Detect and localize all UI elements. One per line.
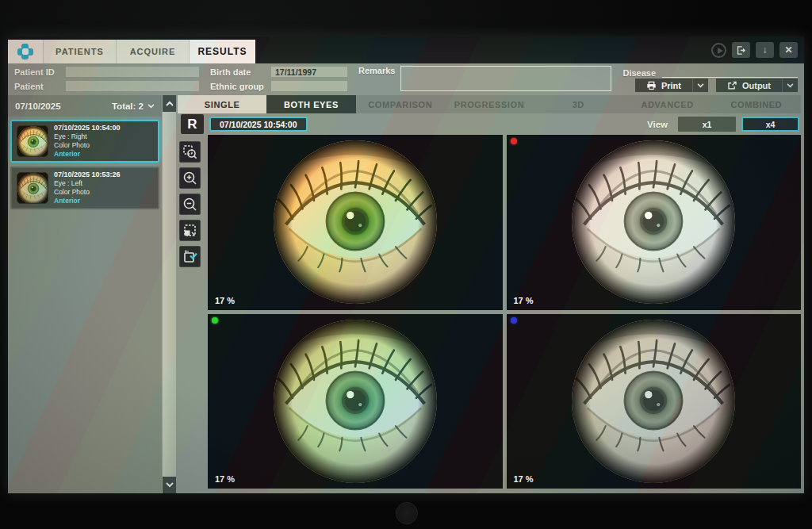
workspace: 07/10/2025 Total: 2 07/10/2025 10:54:00 …: [8, 95, 804, 493]
image-quadrant-bottom-right[interactable]: 17 %: [507, 314, 802, 489]
exam-mode: Anterior: [54, 197, 121, 205]
tab-patients[interactable]: PATIENTS: [43, 40, 116, 63]
green-channel-dot: [212, 317, 218, 324]
exam-type: Color Photo: [54, 141, 121, 150]
chevron-down-icon: [697, 83, 704, 88]
exam-eye: Eye : Right: [54, 132, 121, 141]
image-quadrant-top-left[interactable]: 17 %: [208, 135, 503, 310]
ethnic-group-field[interactable]: [271, 81, 347, 91]
print-dropdown: Print: [635, 79, 708, 92]
eye-photo-green-channel: [273, 319, 438, 484]
play-circle-icon[interactable]: [711, 43, 726, 58]
print-label: Print: [661, 81, 681, 90]
actual-size-button[interactable]: [179, 220, 201, 241]
image-tools: [178, 135, 201, 489]
output-icon: [727, 81, 737, 90]
patient-id-group: Patient ID Patient: [14, 66, 199, 92]
exam-date: 07/10/2025: [15, 102, 61, 111]
confirm-image-button[interactable]: [179, 246, 201, 267]
results-panel: SINGLE BOTH EYES COMPARISON PROGRESSION …: [176, 95, 804, 493]
remarks-group: Remarks: [358, 66, 611, 92]
brand-pinwheel-icon: [17, 44, 33, 59]
tab-3d[interactable]: 3D: [534, 95, 622, 113]
arrow-down-icon: ↓: [763, 45, 768, 55]
remarks-field[interactable]: [400, 66, 611, 91]
red-channel-dot: [511, 138, 517, 144]
disease-label: Disease: [622, 68, 656, 78]
output-options-button[interactable]: [782, 79, 798, 92]
results-tab-bar: SINGLE BOTH EYES COMPARISON PROGRESSION …: [178, 95, 801, 113]
patient-label: Patient: [14, 82, 60, 91]
sidebar-scrollbar[interactable]: [162, 95, 176, 493]
tab-acquire[interactable]: ACQUIRE: [116, 40, 189, 63]
view-x4-button[interactable]: x4: [741, 117, 799, 132]
eye-photo-red-free: [571, 140, 736, 305]
birth-date-field[interactable]: [271, 67, 347, 77]
tab-both-eyes[interactable]: BOTH EYES: [266, 95, 355, 113]
exam-eye: Eye : Left: [54, 179, 121, 188]
disease-output-group: Disease Print: [622, 66, 798, 92]
exam-thumbnail: [17, 125, 48, 157]
exam-list: 07/10/2025 10:54:00 Eye : Right Color Ph…: [8, 117, 162, 213]
tab-single[interactable]: SINGLE: [178, 95, 266, 113]
sidebar-date-header[interactable]: 07/10/2025 Total: 2: [8, 95, 162, 117]
zoom-out-icon: [182, 197, 197, 212]
capture-timestamp-chip[interactable]: 07/10/2025 10:54:00: [209, 117, 308, 132]
exam-type: Color Photo: [54, 188, 121, 197]
tab-advanced[interactable]: ADVANCED: [622, 95, 711, 113]
tab-progression[interactable]: PROGRESSION: [445, 95, 534, 113]
export-button[interactable]: [732, 42, 750, 58]
eye-photo-blue-channel: [571, 319, 736, 484]
zoom-in-button[interactable]: [179, 167, 201, 189]
blue-channel-dot: [511, 317, 517, 324]
tab-combined[interactable]: COMBINED: [712, 95, 801, 113]
zoom-percentage: 17 %: [514, 296, 534, 305]
image-quadrant-bottom-left[interactable]: 17 %: [208, 314, 503, 489]
eye-side-indicator: R: [181, 114, 204, 134]
zoom-area-button[interactable]: [179, 141, 201, 163]
exam-item-left-eye[interactable]: 07/10/2025 10:53:26 Eye : Left Color Pho…: [10, 167, 159, 209]
ethnic-group-label: Ethnic group: [210, 82, 266, 91]
view-x1-button[interactable]: x1: [678, 117, 736, 132]
scrollbar-track[interactable]: [163, 112, 176, 477]
patient-info-bar: Patient ID Patient Birth date Ethnic gro…: [8, 63, 804, 95]
exam-item-right-eye[interactable]: 07/10/2025 10:54:00 Eye : Right Color Ph…: [10, 120, 159, 163]
zoom-area-icon: [182, 144, 197, 159]
print-button[interactable]: Print: [635, 79, 692, 92]
monitor-brand-logo: [396, 502, 418, 524]
tab-results[interactable]: RESULTS: [189, 40, 255, 63]
patient-field[interactable]: [66, 81, 199, 91]
view-toolbar: R 07/10/2025 10:54:00 View x1 x4: [178, 113, 801, 135]
image-quadrant-top-right[interactable]: 17 %: [507, 135, 802, 310]
output-label: Output: [742, 81, 771, 90]
minimize-button[interactable]: ↓: [756, 42, 774, 58]
birth-ethnic-group: Birth date Ethnic group: [210, 66, 347, 92]
scroll-up-button[interactable]: [163, 95, 176, 112]
app-logo: [8, 40, 43, 63]
chevron-down-icon: [787, 83, 794, 88]
disease-field[interactable]: [662, 67, 798, 78]
scroll-down-button[interactable]: [163, 477, 176, 493]
tab-comparison[interactable]: COMPARISON: [356, 95, 445, 113]
zoom-percentage: 17 %: [215, 296, 235, 305]
exam-timestamp: 07/10/2025 10:53:26: [54, 171, 121, 180]
zoom-out-button[interactable]: [179, 194, 201, 215]
birth-date-label: Birth date: [210, 67, 266, 77]
zoom-percentage: 17 %: [514, 474, 534, 484]
zoom-percentage: 17 %: [215, 474, 235, 484]
actual-size-icon: [182, 223, 197, 238]
view-label: View: [647, 120, 668, 129]
close-icon: ✕: [784, 45, 792, 55]
exam-thumbnail: [17, 172, 48, 204]
chevron-down-icon: [147, 104, 155, 109]
exam-total: Total: 2: [112, 102, 144, 111]
exam-mode: Anterior: [54, 150, 121, 159]
printer-icon: [646, 81, 657, 90]
eye-photo-right-color: [273, 140, 438, 305]
print-options-button[interactable]: [692, 79, 708, 92]
output-button[interactable]: Output: [716, 79, 782, 92]
application-window: PATIENTS ACQUIRE RESULTS ↓ ✕ Patient ID: [8, 36, 804, 493]
exam-timestamp: 07/10/2025 10:54:00: [54, 124, 121, 133]
patient-id-field[interactable]: [66, 67, 199, 77]
close-button[interactable]: ✕: [779, 42, 798, 58]
